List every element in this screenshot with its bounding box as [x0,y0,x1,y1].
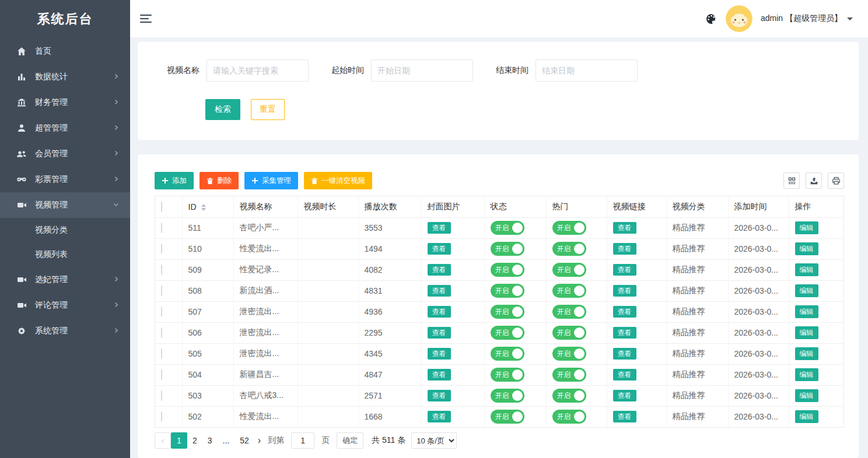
row-checkbox[interactable] [161,286,162,296]
hot-toggle[interactable]: 开启 [552,263,586,277]
link-view-button[interactable]: 查看 [613,411,636,422]
menu-toggle-icon[interactable] [140,12,152,25]
reset-button[interactable]: 重置 [251,99,285,120]
edit-button[interactable]: 编辑 [795,263,818,276]
start-date-input[interactable] [371,59,473,82]
edit-button[interactable]: 编辑 [795,389,818,402]
cover-view-button[interactable]: 查看 [428,222,451,234]
row-checkbox[interactable] [161,411,162,422]
columns-icon[interactable] [783,172,800,189]
sidebar-item-评论管理[interactable]: 评论管理 [0,293,130,318]
prev-page-button[interactable]: ‹ [155,432,171,449]
page-number-52[interactable]: 52 [240,436,249,445]
edit-button[interactable]: 编辑 [795,326,818,339]
hot-toggle[interactable]: 开启 [552,242,586,256]
page-number-2[interactable]: 2 [192,436,197,445]
hot-toggle[interactable]: 开启 [552,389,586,403]
link-view-button[interactable]: 查看 [613,243,636,255]
sidebar-item-视频管理[interactable]: 视频管理 [0,192,130,218]
edit-button[interactable]: 编辑 [795,368,818,381]
status-toggle[interactable]: 开启 [491,347,524,361]
row-checkbox[interactable] [161,369,162,380]
video-name-input[interactable] [206,59,309,82]
sort-icon[interactable] [201,204,206,211]
link-view-button[interactable]: 查看 [613,264,636,276]
toggle-label: 开启 [557,265,571,275]
end-date-input[interactable] [536,59,638,82]
status-toggle[interactable]: 开启 [491,305,524,319]
print-icon[interactable] [828,172,844,189]
cover-view-button[interactable]: 查看 [428,411,451,422]
cover-view-button[interactable]: 查看 [428,285,451,297]
hot-toggle[interactable]: 开启 [552,326,586,340]
hot-toggle[interactable]: 开启 [552,368,586,382]
sidebar-subitem-视频列表[interactable]: 视频列表 [0,242,130,267]
edit-button[interactable]: 编辑 [795,305,818,318]
goto-confirm-button[interactable]: 确定 [337,432,363,449]
edit-button[interactable]: 编辑 [795,242,818,255]
sidebar-item-超管管理[interactable]: 超管管理 [0,115,130,141]
page-number-3[interactable]: 3 [208,436,212,445]
link-view-button[interactable]: 查看 [613,285,636,297]
cover-view-button[interactable]: 查看 [428,390,451,401]
hot-toggle[interactable]: 开启 [552,347,586,361]
page-number-1[interactable]: 1 [171,432,187,449]
sidebar-item-首页[interactable]: 首页 [0,38,130,64]
cover-view-button[interactable]: 查看 [428,243,451,255]
status-toggle[interactable]: 开启 [491,221,524,235]
sidebar-item-系统管理[interactable]: 系统管理 [0,318,130,344]
sidebar-subitem-视频分类[interactable]: 视频分类 [0,218,130,242]
edit-button[interactable]: 编辑 [795,284,818,297]
next-page-button[interactable]: › [258,435,261,446]
row-checkbox[interactable] [161,265,162,275]
hot-toggle[interactable]: 开启 [552,284,586,298]
goto-page-input[interactable] [291,432,314,449]
clear-all-videos-button[interactable]: 一键清空视频 [304,172,372,189]
user-menu[interactable]: admin 【超级管理员】 [761,13,853,24]
delete-button[interactable]: 删除 [200,172,239,189]
link-view-button[interactable]: 查看 [613,327,636,339]
link-view-button[interactable]: 查看 [613,348,636,360]
status-toggle[interactable]: 开启 [491,242,524,256]
status-toggle[interactable]: 开启 [491,389,524,403]
row-checkbox[interactable] [161,244,162,254]
status-toggle[interactable]: 开启 [491,368,524,382]
link-view-button[interactable]: 查看 [613,306,636,318]
hot-toggle[interactable]: 开启 [552,410,586,424]
status-toggle[interactable]: 开启 [491,284,524,298]
row-checkbox[interactable] [161,306,162,317]
cover-view-button[interactable]: 查看 [428,306,451,318]
row-checkbox[interactable] [161,327,162,338]
hot-toggle[interactable]: 开启 [552,305,586,319]
row-checkbox[interactable] [161,348,162,359]
edit-button[interactable]: 编辑 [795,410,818,423]
sidebar-item-彩票管理[interactable]: 彩票管理 [0,167,130,192]
theme-palette-icon[interactable] [705,13,718,25]
edit-button[interactable]: 编辑 [795,347,818,360]
row-checkbox[interactable] [161,390,162,401]
status-toggle[interactable]: 开启 [491,410,524,424]
hot-toggle[interactable]: 开启 [552,221,586,235]
search-button[interactable]: 检索 [205,99,240,120]
sidebar-item-数据统计[interactable]: 数据统计 [0,64,130,90]
edit-button[interactable]: 编辑 [795,221,818,234]
select-all-checkbox[interactable] [161,202,162,212]
sidebar-item-财务管理[interactable]: 财务管理 [0,90,130,115]
cover-view-button[interactable]: 查看 [428,264,451,276]
link-view-button[interactable]: 查看 [613,369,636,381]
status-toggle[interactable]: 开启 [491,263,524,277]
cover-view-button[interactable]: 查看 [428,369,451,381]
link-view-button[interactable]: 查看 [613,390,636,401]
export-icon[interactable] [806,172,822,189]
link-view-button[interactable]: 查看 [613,222,636,234]
collect-manage-button[interactable]: 采集管理 [244,172,298,189]
avatar[interactable] [726,5,752,32]
sidebar-item-会员管理[interactable]: 会员管理 [0,141,130,167]
cover-view-button[interactable]: 查看 [428,327,451,339]
add-button[interactable]: 添加 [155,172,194,189]
cover-view-button[interactable]: 查看 [428,348,451,360]
page-size-select[interactable]: 10 条/页 [411,432,457,449]
sidebar-item-选妃管理[interactable]: 选妃管理 [0,267,130,293]
status-toggle[interactable]: 开启 [491,326,524,340]
row-checkbox[interactable] [161,223,162,233]
